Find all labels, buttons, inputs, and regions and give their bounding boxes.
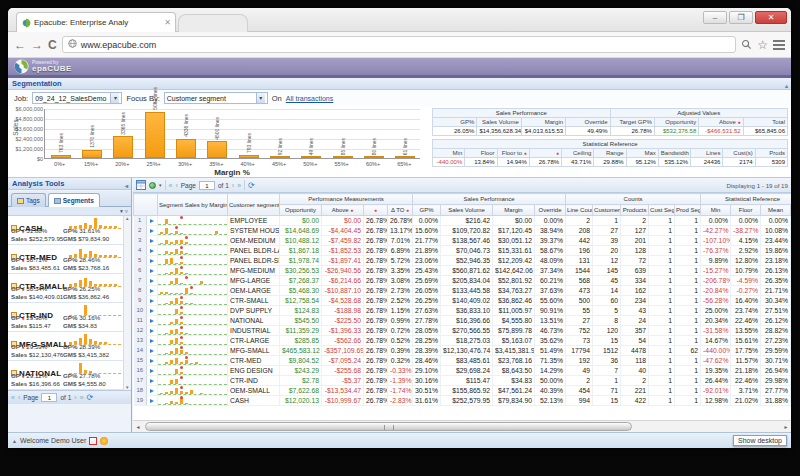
table-row[interactable]: 19CASH$12,020.13-$10,999.6726.78%-2.83%3… xyxy=(134,396,792,406)
column-header[interactable]: Prod Seg xyxy=(675,205,701,216)
restore-button[interactable]: ❐ xyxy=(729,11,753,24)
column-header[interactable]: ● xyxy=(364,205,388,216)
expand-arrow-icon[interactable] xyxy=(150,339,154,343)
segment-card[interactable]: CTR-MEDGP ● 30.71%GP% 28.46%Sales $83,48… xyxy=(8,245,131,274)
row-expander[interactable] xyxy=(147,366,158,376)
scrollbar-thumb[interactable] xyxy=(145,422,632,431)
bar[interactable] xyxy=(176,139,196,158)
status-green-dot-icon[interactable] xyxy=(149,182,156,189)
bar[interactable] xyxy=(333,156,353,158)
reload-button[interactable]: C xyxy=(48,39,57,51)
browser-tab[interactable]: Epacube: Enterprise Analy ✕ xyxy=(16,12,176,32)
bar[interactable] xyxy=(207,141,227,158)
expand-arrow-icon[interactable] xyxy=(150,249,154,253)
job-select[interactable]: 09_24_12_SalesDemo ▾ xyxy=(32,92,122,104)
first-page-icon[interactable]: « xyxy=(11,394,15,401)
expand-arrow-icon[interactable] xyxy=(150,329,154,333)
segment-card[interactable]: MFG-SMALLGP ● 29.59%GP% 28.39%Sales $12,… xyxy=(8,332,131,361)
segment-card[interactable]: CTR-INDGP ● 29.98%GP% 30.16%Sales $115.4… xyxy=(8,303,131,332)
expand-arrow-icon[interactable] xyxy=(150,229,154,233)
row-expander[interactable] xyxy=(147,396,158,406)
menu-icon[interactable] xyxy=(773,38,785,52)
show-desktop-button[interactable]: Show desktop xyxy=(733,435,787,446)
row-expander[interactable] xyxy=(147,326,158,336)
last-page-icon[interactable]: » xyxy=(80,394,84,401)
row-expander[interactable] xyxy=(147,306,158,316)
new-tab-button[interactable] xyxy=(178,14,248,32)
alert-icon[interactable] xyxy=(100,437,108,445)
row-expander[interactable] xyxy=(147,286,158,296)
next-page-icon[interactable]: › xyxy=(74,394,76,401)
expand-arrow-icon[interactable] xyxy=(150,279,154,283)
table-row[interactable]: 17CTR-IND$2.78-$5.3726.78%-1.39%30.16%$1… xyxy=(134,376,792,386)
document-icon[interactable] xyxy=(89,437,97,445)
table-row[interactable]: 7MFG-LARGE$7,268.37-$6,214.6626.78%3.08%… xyxy=(134,276,792,286)
row-expander[interactable] xyxy=(147,336,158,346)
segment-card[interactable]: CASHGP ● 31.88%GP% 31.61%Sales $252,579.… xyxy=(8,216,131,245)
next-page-icon[interactable]: › xyxy=(232,182,234,189)
table-row[interactable]: 2SYSTEM HOUSE$14,648.69-$4,404.4526.78%1… xyxy=(134,226,792,236)
column-header[interactable]: Margin xyxy=(493,205,535,216)
table-row[interactable]: 6MFG-MEDIUM$30,256.53-$26,940.5626.78%3.… xyxy=(134,266,792,276)
row-expander[interactable] xyxy=(147,236,158,246)
expand-arrow-icon[interactable] xyxy=(150,369,154,373)
expand-arrow-icon[interactable] xyxy=(150,289,154,293)
all-transactions-link[interactable]: All transactions xyxy=(286,95,333,102)
table-row[interactable]: 4PANEL BLDR-LA...$1,867.18-$1,852.5326.7… xyxy=(134,246,792,256)
forward-button[interactable]: → xyxy=(31,39,43,51)
page-input[interactable]: 1 xyxy=(41,393,57,402)
refresh-icon[interactable]: ⟳ xyxy=(248,181,255,190)
bar[interactable] xyxy=(301,156,321,158)
close-button[interactable]: ✕ xyxy=(755,11,787,24)
expand-arrow-icon[interactable] xyxy=(150,259,154,263)
expand-arrow-icon[interactable] xyxy=(150,309,154,313)
table-row[interactable]: 15CTR-MED$9,804.52-$7,095.2426.78%0.32%2… xyxy=(134,356,792,366)
address-bar[interactable]: www.epacube.com xyxy=(62,36,737,53)
table-row[interactable]: 11NATIONAL$545.50-$225.5026.78%0.99%27.7… xyxy=(134,316,792,326)
last-page-icon[interactable]: » xyxy=(237,182,241,189)
column-header[interactable]: Products xyxy=(621,205,649,216)
row-expander[interactable] xyxy=(147,356,158,366)
row-expander[interactable] xyxy=(147,346,158,356)
segment-card[interactable]: NATIONALGP ● 29.12%GP% 27.78%Sales $16,3… xyxy=(8,361,131,390)
table-row[interactable]: 12INDUSTRIAL$11,359.29-$1,396.3326.78%0.… xyxy=(134,326,792,336)
row-expander[interactable] xyxy=(147,256,158,266)
row-expander[interactable] xyxy=(147,266,158,276)
bar[interactable] xyxy=(113,136,133,158)
table-row[interactable]: 9CTR-SMALL$12,758.54-$4,528.6826.78%2.52… xyxy=(134,296,792,306)
table-row[interactable]: 10DVP SUPPLY$124.83-$188.9826.78%1.15%27… xyxy=(134,306,792,316)
table-row[interactable]: 3OEM-MEDIUM$10,488.12-$7,459.8226.78%7.0… xyxy=(134,236,792,246)
tab-segments[interactable]: Segments xyxy=(48,193,100,207)
expand-arrow-icon[interactable] xyxy=(150,349,154,353)
table-row[interactable]: 16ENG DESIGN$243.29-$255.6826.78%-0.33%2… xyxy=(134,366,792,376)
row-expander[interactable] xyxy=(147,376,158,386)
expand-arrow-icon[interactable] xyxy=(150,359,154,363)
table-row[interactable]: 1EMPLOYEE$0.00$0.0026.78%26.78%0.00%$216… xyxy=(134,216,792,226)
segment-column-header[interactable]: Customer segment xyxy=(228,194,280,216)
prev-page-icon[interactable]: ‹ xyxy=(18,394,20,401)
bar[interactable] xyxy=(239,155,259,158)
chevron-down-icon[interactable]: ▾ xyxy=(159,182,162,188)
bar[interactable] xyxy=(82,150,102,158)
page-input[interactable]: 1 xyxy=(199,181,215,190)
table-row[interactable]: 8OEM-LARGE$5,468.30-$10,887.1026.78%2.73… xyxy=(134,286,792,296)
column-header[interactable]: GP% xyxy=(413,205,441,216)
first-page-icon[interactable]: « xyxy=(169,182,173,189)
expand-arrow-icon[interactable] xyxy=(150,219,154,223)
table-row[interactable]: 5PANEL BLDR-SM...$1,978.74-$1,897.4126.7… xyxy=(134,256,792,266)
search-icon[interactable] xyxy=(741,36,752,54)
horizontal-scrollbar[interactable]: ◄ ► xyxy=(133,420,791,432)
bar[interactable] xyxy=(395,156,415,158)
row-expander[interactable] xyxy=(147,296,158,306)
table-row[interactable]: 18OEM-SMALL$7,622.68-$13,534.4726.78%-1.… xyxy=(134,386,792,396)
column-header[interactable]: Line Count xyxy=(566,205,593,216)
column-header[interactable]: Sales Volume xyxy=(441,205,493,216)
column-header[interactable]: Override xyxy=(535,205,566,216)
minimize-button[interactable]: – xyxy=(703,11,727,24)
row-expander[interactable] xyxy=(147,386,158,396)
row-expander[interactable] xyxy=(147,316,158,326)
segment-card[interactable]: CTR-SMALLGP ● 30.34%GP% 26.25%Sales $140… xyxy=(8,274,131,303)
bar[interactable] xyxy=(364,156,384,158)
column-header[interactable]: Cust Seg xyxy=(649,205,675,216)
column-header[interactable]: Opportunity xyxy=(280,205,322,216)
